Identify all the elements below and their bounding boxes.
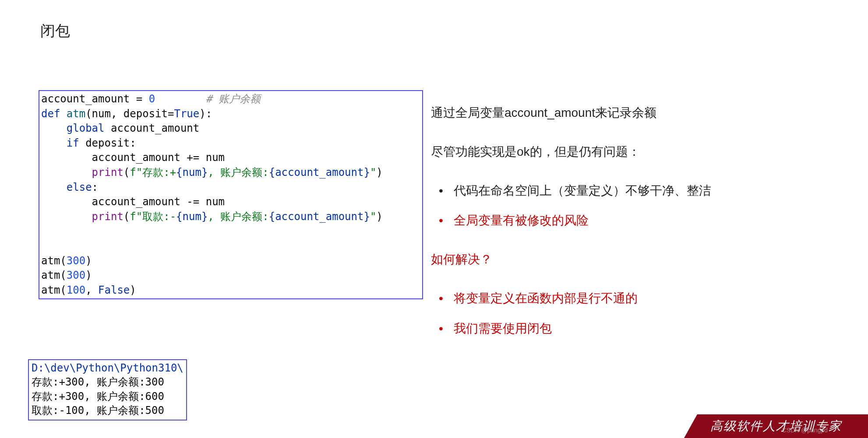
problems-list: 代码在命名空间上（变量定义）不够干净、整洁 全局变量有被修改的风险 [431,181,843,231]
paragraph-intro: 通过全局变量account_amount来记录余额 [431,103,843,123]
code-string: , 账户余额: [208,210,268,223]
code-text: ) [376,210,382,223]
code-text: ( [123,210,130,223]
list-item: 将变量定义在函数内部是行不通的 [431,289,843,308]
code-text: account_amount -= num [41,196,225,208]
code-text: (num, deposit= [85,108,174,120]
code-text [41,166,92,179]
code-block: account_amount = 0 # 账户余额 def atm(num, d… [39,90,423,299]
slide-title: 闭包 [40,21,70,41]
footer-banner: 高级软件人才培训专家 [684,414,868,438]
solutions-list: 将变量定义在函数内部是行不通的 我们需要使用闭包 [431,289,843,339]
code-string: " [370,210,376,223]
code-number: 300 [67,255,85,267]
code-fexpr: {num} [176,210,208,223]
code-comment: # 账户余额 [206,93,261,105]
code-keyword: True [174,108,199,120]
list-text: 全局变量有被修改的风险 [454,214,589,227]
paragraph-problems: 尽管功能实现是ok的，但是仍有问题： [431,142,843,162]
output-line: 存款:+300, 账户余额:300 [32,376,164,388]
output-path: D:\dev\Python\Python310\ [32,362,183,374]
code-text [41,210,92,223]
code-text: ) [376,166,382,179]
code-text [41,137,67,149]
code-text: ( [123,166,130,179]
code-builtin: print [92,210,123,223]
code-text: ): [199,108,212,120]
list-text: 代码在命名空间上（变量定义）不够干净、整洁 [454,184,711,197]
code-text: ) [130,284,136,296]
output-block: D:\dev\Python\Python310\ 存款:+300, 账户余额:3… [28,359,187,420]
code-keyword: else [67,181,92,193]
code-text [155,93,206,105]
code-text: , [85,284,98,296]
code-text [41,122,67,134]
code-string: f"取款:- [130,210,176,223]
code-text: atm( [41,269,67,281]
code-number: 100 [67,284,85,296]
code-number: 0 [149,93,155,105]
code-keyword: global [67,122,111,134]
list-item: 代码在命名空间上（变量定义）不够干净、整洁 [431,181,843,201]
code-text: account_amount = [41,93,149,105]
code-fexpr: {account_amount} [269,210,370,223]
paragraph-solution-heading: 如何解决？ [431,250,843,270]
code-text [41,181,67,193]
code-text: ) [85,269,92,281]
list-text: 我们需要使用闭包 [454,322,552,335]
code-keyword: False [98,284,130,296]
code-text: account_amount [111,122,199,134]
code-text: ) [85,255,92,267]
code-string: f"存款:+ [130,166,176,179]
code-text: account_amount += num [41,151,225,164]
code-text: atm( [41,255,67,267]
explanation-column: 通过全局变量account_amount来记录余额 尽管功能实现是ok的，但是仍… [431,103,843,358]
code-text: : [92,181,98,193]
list-item: 全局变量有被修改的风险 [431,211,843,231]
output-line: 取款:-100, 账户余额:500 [32,404,164,417]
list-item: 我们需要使用闭包 [431,319,843,339]
list-text: 将变量定义在函数内部是行不通的 [454,291,638,305]
code-fexpr: {num} [176,166,208,179]
code-function: atm [67,108,85,120]
code-text: deposit: [85,137,136,149]
code-string: " [370,166,376,179]
code-fexpr: {account_amount} [269,166,370,179]
code-keyword: def [41,108,67,120]
code-builtin: print [92,166,123,179]
code-number: 300 [67,269,85,281]
code-keyword: if [67,137,85,149]
code-string: , 账户余额: [208,166,268,179]
code-text: atm( [41,284,67,296]
output-line: 存款:+300, 账户余额:600 [32,390,164,403]
